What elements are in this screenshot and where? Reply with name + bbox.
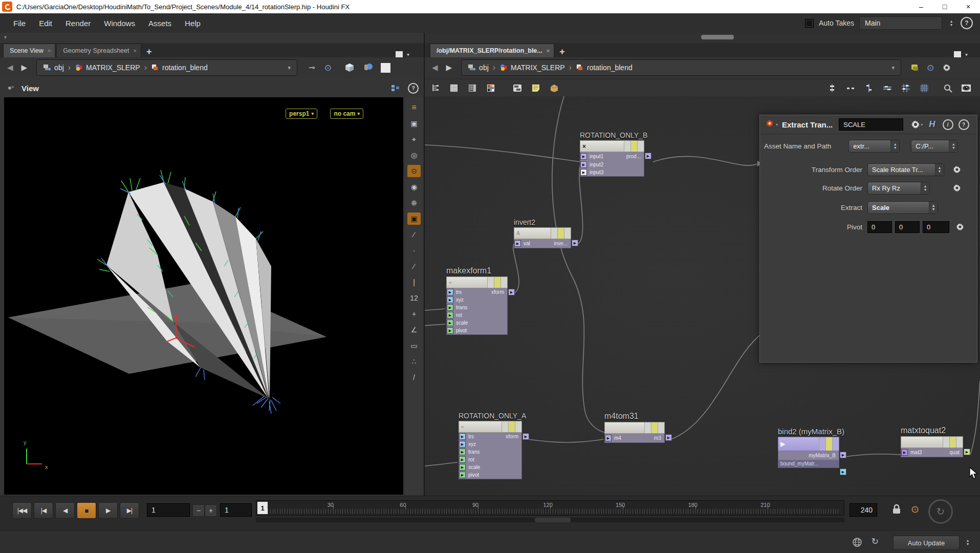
take-selector[interactable]: Main [859, 16, 942, 30]
jump-start-button[interactable]: |◀◀ [12, 502, 32, 519]
node-header[interactable]: A [514, 227, 571, 239]
input-port[interactable]: ▶ [447, 289, 453, 295]
node-rotation-only-b[interactable]: ROTATION_ONLY_B × ▶ input1 prod... ▶ ▶in… [580, 131, 647, 177]
dot-icon[interactable]: · [407, 244, 421, 257]
input-port[interactable]: ▶ [459, 456, 466, 463]
input-port[interactable]: ▶ [447, 304, 453, 311]
breadcrumb-rotation-blend[interactable]: rotation_blend [147, 63, 212, 72]
align-edge-icon[interactable] [861, 82, 877, 94]
node-makexform1[interactable]: makexform1 ⌁ ▶trsxform▶▶xyz▶trans▶rot▶sc… [446, 266, 508, 335]
node-matxtoquat2[interactable]: matxtoquat2 ▶ mat3 quat ▶ [901, 426, 963, 457]
menu-help[interactable]: Help [185, 19, 201, 28]
tree-view-icon[interactable] [428, 82, 443, 94]
input-port[interactable]: ▶ [459, 472, 466, 478]
snapshot-cube-icon[interactable] [344, 62, 355, 73]
back-icon[interactable]: ◀ [432, 63, 438, 72]
node-header[interactable] [604, 422, 665, 434]
realtime-toggle-icon[interactable]: ⊙ [911, 503, 919, 515]
display-flag[interactable] [630, 141, 637, 152]
flag[interactable] [624, 141, 630, 152]
node-header[interactable]: ▶ [778, 437, 839, 451]
current-frame-field[interactable]: 1 [147, 503, 190, 517]
path-dropdown-icon[interactable]: ▾ [284, 65, 295, 71]
list-view-icon[interactable] [446, 82, 462, 94]
pivot-z-field[interactable]: 0 [923, 221, 949, 233]
refresh-icon[interactable]: ↻ [872, 536, 879, 547]
end-frame-field[interactable]: 240 [850, 503, 877, 517]
info-icon[interactable]: i [943, 119, 953, 130]
input-port[interactable]: ▶ [459, 433, 466, 440]
asset-path-dropdown[interactable]: C:/P...▴▾ [911, 140, 958, 153]
digital-asset-icon[interactable] [547, 82, 562, 94]
forward-icon[interactable]: ▶ [21, 63, 28, 72]
secure-selection-icon[interactable]: ▣ [407, 117, 421, 130]
pane-scroll-arrow-icon[interactable]: ▼ [3, 35, 8, 40]
maximize-button[interactable]: □ [933, 0, 956, 13]
sync-icon[interactable]: ⊙ [927, 62, 934, 73]
display-flag[interactable] [494, 277, 500, 288]
minimize-button[interactable]: – [909, 0, 933, 13]
close-button[interactable]: × [956, 0, 980, 13]
new-tab-button[interactable]: + [146, 47, 152, 57]
output-port[interactable]: ▶ [645, 153, 651, 159]
tab-scene-view[interactable]: Scene View × [3, 44, 55, 57]
houdini-engine-icon[interactable]: H [929, 119, 935, 130]
auto-takes-checkbox[interactable] [805, 19, 814, 28]
new-tab-button[interactable]: + [559, 47, 565, 57]
flag[interactable] [500, 277, 507, 288]
auto-update-selector[interactable]: Auto Update [893, 536, 960, 550]
flag[interactable] [637, 141, 644, 152]
playback-loop-icon[interactable]: ↻ [928, 499, 953, 524]
tab-close-icon[interactable]: × [547, 48, 550, 54]
input-port[interactable]: ▶ [459, 464, 466, 471]
frame-decrement-button[interactable]: − [192, 504, 205, 517]
breadcrumb-rotation-blend[interactable]: rotation_blend [572, 63, 637, 72]
display-flag[interactable] [949, 437, 956, 448]
display-flag[interactable] [651, 422, 658, 433]
detail-view-icon[interactable] [465, 82, 480, 94]
gear-icon[interactable] [952, 165, 962, 174]
viewport-3d[interactable]: y x persp1▾ no cam▾ [4, 97, 403, 495]
gear-icon[interactable] [910, 119, 921, 130]
play-button[interactable]: ▶ [98, 502, 118, 519]
next-frame-button[interactable]: ▶| [120, 502, 139, 519]
node-m4tom31[interactable]: m4tom31 ▶ m4 m3 ▶ [604, 412, 665, 443]
distribute-h-icon[interactable] [843, 82, 858, 94]
snap-grid-icon[interactable] [898, 82, 913, 94]
node-layout-icon[interactable] [510, 82, 525, 94]
takes-icon[interactable] [910, 63, 920, 72]
timeline-scroll-handle[interactable] [535, 518, 571, 522]
output-port[interactable]: ▶ [522, 433, 529, 440]
network-canvas[interactable]: ROTATION_ONLY_B × ▶ input1 prod... ▶ ▶in… [425, 96, 980, 496]
pane-maximize-icon[interactable] [396, 51, 403, 57]
display-flag[interactable] [508, 421, 515, 432]
lights-menu-icon[interactable] [362, 62, 374, 73]
layout-persons-icon[interactable] [390, 84, 401, 92]
input-port[interactable]: ▶ [580, 153, 587, 160]
take-spinner[interactable]: ▴▾ [947, 17, 955, 29]
transform-order-dropdown[interactable]: Scale Rotate Tr...▴▾ [867, 163, 944, 176]
lights-icon[interactable]: ⊙ [407, 165, 421, 177]
node-header[interactable]: × [580, 140, 644, 152]
pane-maximize-icon[interactable] [954, 51, 961, 57]
breadcrumb-obj[interactable]: obj [464, 63, 493, 72]
menu-assets[interactable]: Assets [148, 19, 171, 28]
pin-icon[interactable]: ⊸ [309, 63, 315, 72]
pivot-y-field[interactable]: 0 [895, 221, 920, 233]
hand-icon[interactable]: + [407, 308, 421, 320]
breadcrumb-matrix-slerp[interactable]: MATRIX_SLERP [495, 63, 569, 72]
tab-geometry-spreadsheet[interactable]: Geometry Spreadsheet × [56, 44, 141, 57]
input-port[interactable]: ▶ [459, 449, 466, 455]
align-rows-icon[interactable] [880, 82, 895, 94]
flag[interactable] [564, 228, 571, 239]
frame-count-icon[interactable]: 12 [407, 292, 421, 304]
flag[interactable] [644, 422, 651, 433]
param-help-icon[interactable]: ? [959, 119, 969, 130]
pane-splitter-handle[interactable] [701, 35, 734, 39]
input-port[interactable]: ▶ [447, 327, 453, 334]
output-port[interactable]: ▶ [964, 449, 970, 455]
node-header[interactable]: ⌁ [446, 276, 508, 288]
gear-icon[interactable] [952, 183, 962, 193]
node-invert2[interactable]: invert2 A ▶ val inve... ▶ [514, 218, 571, 248]
gear-menu-icon[interactable] [942, 63, 951, 72]
